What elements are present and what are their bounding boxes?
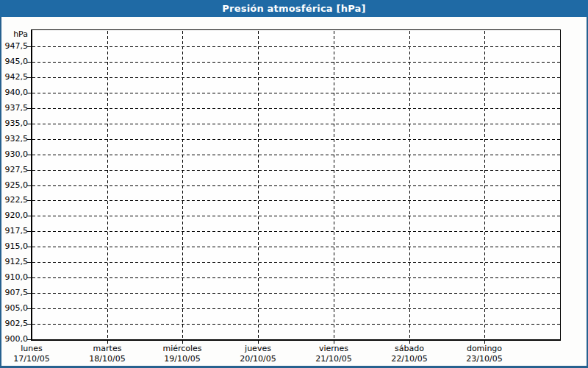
x-axis-day-label: miércoles19/10/05 <box>142 344 223 364</box>
x-gridline <box>334 31 334 339</box>
chart-canvas: hPa 947,5945,0942,5940,0937,5935,0932,59… <box>0 0 588 368</box>
x-axis-date: 20/10/05 <box>218 354 298 364</box>
y-axis-tick-label: 947,5 <box>0 41 28 52</box>
x-axis-date: 18/10/05 <box>67 354 148 364</box>
chart-window: hPa 947,5945,0942,5940,0937,5935,0932,59… <box>0 0 588 368</box>
y-axis-tick-label: 917,5 <box>0 226 28 236</box>
x-axis-date: 17/10/05 <box>0 354 72 364</box>
y-gridline <box>32 247 560 247</box>
y-gridline <box>32 46 560 47</box>
x-axis-day-name: miércoles <box>142 344 223 353</box>
x-gridline <box>409 31 410 339</box>
y-gridline <box>32 124 560 124</box>
y-axis-tick-label: 940,0 <box>0 88 28 98</box>
y-gridline <box>32 185 560 186</box>
x-axis-day-name: sábado <box>369 344 450 353</box>
y-gridline <box>32 216 560 216</box>
y-gridline <box>32 62 560 63</box>
x-axis-day-label: sábado22/10/05 <box>369 344 450 364</box>
y-axis-tick-label: 920,0 <box>0 210 28 221</box>
y-axis-tick-label: 905,0 <box>0 303 28 314</box>
y-axis-tick-label: 900,0 <box>0 334 28 344</box>
y-gridline <box>32 231 560 232</box>
x-axis-day-name: lunes <box>0 344 72 353</box>
y-gridline <box>32 155 560 155</box>
x-gridline <box>258 31 259 339</box>
x-axis-day-label: domingo23/10/05 <box>444 344 525 364</box>
y-gridline <box>32 77 560 78</box>
x-axis-date: 23/10/05 <box>444 354 525 364</box>
x-axis-day-label: viernes21/10/05 <box>293 344 374 364</box>
y-gridline <box>32 108 560 109</box>
y-gridline <box>32 170 560 171</box>
x-axis-day-name: martes <box>67 344 148 353</box>
x-axis-day-label: jueves20/10/05 <box>218 344 298 364</box>
x-axis-day-name: viernes <box>293 344 374 353</box>
y-gridline <box>32 139 560 140</box>
y-axis-tick-label: 907,5 <box>0 288 28 298</box>
x-gridline <box>484 31 485 339</box>
y-axis-tick-label: 902,5 <box>0 319 28 329</box>
y-axis-tick-label: 922,5 <box>0 195 28 205</box>
chart-title: Presión atmosférica [hPa] <box>222 3 365 14</box>
y-gridline <box>32 277 560 278</box>
y-axis-tick-label: 927,5 <box>0 165 28 175</box>
y-gridline <box>32 308 560 309</box>
y-axis-tick-label: 910,0 <box>0 272 28 283</box>
y-axis-tick-label: 932,5 <box>0 134 28 144</box>
x-gridline <box>182 31 183 339</box>
y-axis-tick-label: 937,5 <box>0 103 28 113</box>
y-axis-tick-label: 935,0 <box>0 118 28 129</box>
y-gridline <box>32 200 560 201</box>
y-gridline <box>32 324 560 325</box>
y-axis-tick-label: 912,5 <box>0 257 28 267</box>
x-axis-day-label: martes18/10/05 <box>67 344 148 364</box>
x-axis-day-label: lunes17/10/05 <box>0 344 72 364</box>
y-gridline <box>32 93 560 93</box>
x-axis-date: 19/10/05 <box>142 354 223 364</box>
frame-border-left <box>0 17 1 368</box>
y-axis-tick-label: 945,0 <box>0 57 28 67</box>
y-axis-tick-label: 915,0 <box>0 241 28 252</box>
x-axis-day-name: jueves <box>218 344 298 353</box>
y-axis-unit-label: hPa <box>0 29 28 40</box>
x-axis-date: 22/10/05 <box>369 354 450 364</box>
y-axis-tick-label: 925,0 <box>0 180 28 191</box>
y-gridline <box>32 262 560 263</box>
x-axis-day-name: domingo <box>444 344 525 353</box>
y-axis-tick-label: 930,0 <box>0 149 28 160</box>
x-gridline <box>107 31 108 339</box>
x-axis-date: 21/10/05 <box>293 354 374 364</box>
chart-title-bar: Presión atmosférica [hPa] <box>0 0 588 17</box>
y-axis-tick-label: 942,5 <box>0 72 28 82</box>
y-gridline <box>32 293 560 294</box>
